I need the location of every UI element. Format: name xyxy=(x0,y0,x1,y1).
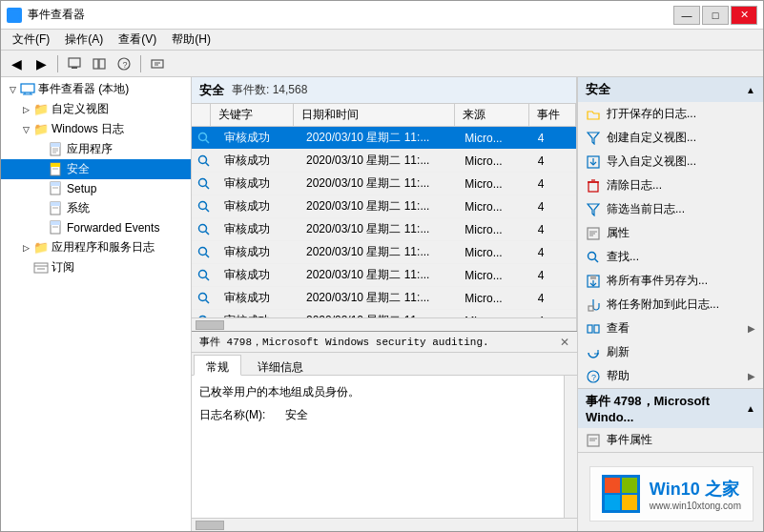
maximize-button[interactable]: □ xyxy=(702,6,729,25)
svg-point-67 xyxy=(588,252,596,259)
action-help[interactable]: ? 帮助 ▶ xyxy=(578,364,763,388)
th-eventid[interactable]: 事件 xyxy=(529,104,576,126)
table-row[interactable]: 审核成功 2020/03/10 星期二 11:... Micro... 4 xyxy=(192,173,576,195)
svg-marker-62 xyxy=(588,204,599,215)
row-datetime: 2020/03/10 星期二 11:... xyxy=(299,218,457,240)
import-icon xyxy=(586,154,601,170)
expand-root[interactable]: ▽ xyxy=(5,82,20,97)
action-properties[interactable]: 属性 xyxy=(578,221,763,245)
action-filter[interactable]: 筛选当前日志... xyxy=(578,197,763,221)
table-row[interactable]: 审核成功 2020/03/10 星期二 11:... Micro... 4 xyxy=(192,241,576,264)
expand-app-service[interactable]: ▷ xyxy=(18,240,33,256)
tree-item-setup[interactable]: Setup xyxy=(1,179,191,198)
folder-icon-app-service: 📁 xyxy=(33,240,49,256)
action-import-custom[interactable]: 导入自定义视图... xyxy=(578,150,763,174)
action-view[interactable]: 查看 ▶ xyxy=(578,317,763,340)
expand-app xyxy=(33,142,49,157)
svg-rect-28 xyxy=(51,202,60,206)
th-datetime[interactable]: 日期和时间 xyxy=(294,104,455,126)
th-source[interactable]: 来源 xyxy=(455,104,529,126)
computer-icon xyxy=(20,82,35,97)
detail-close-button[interactable]: ✕ xyxy=(560,336,569,349)
svg-line-37 xyxy=(206,139,210,143)
help-icon: ? xyxy=(586,369,601,384)
watermark-main-text: Win10 之家 xyxy=(650,478,741,501)
row-eventid: 4 xyxy=(530,289,576,308)
table-row[interactable]: 审核成功 2020/03/10 星期二 11:... Micro... 4 xyxy=(192,310,576,317)
action-attach-task[interactable]: 将任务附加到此日志... xyxy=(578,293,763,317)
actions-section-title-security[interactable]: 安全 ▲ xyxy=(578,77,763,102)
row-keyword: 审核成功 xyxy=(217,310,299,317)
action-import-custom-label: 导入自定义视图... xyxy=(607,153,696,170)
logo-blue xyxy=(605,495,620,510)
tree-item-app[interactable]: 应用程序 xyxy=(1,139,191,159)
svg-rect-70 xyxy=(590,276,596,279)
svg-rect-12 xyxy=(21,84,34,92)
expand-security xyxy=(33,162,49,177)
close-button[interactable]: ✕ xyxy=(731,6,757,25)
watermark-sub-text: www.win10xtong.com xyxy=(650,501,741,511)
tree-item-subscribe[interactable]: 订阅 xyxy=(1,257,191,277)
th-keyword[interactable]: 关键字 xyxy=(211,104,294,126)
row-source: Micro... xyxy=(457,197,530,216)
action-properties-label: 属性 xyxy=(607,225,630,241)
action-create-custom[interactable]: 创建自定义视图... xyxy=(578,126,763,150)
properties-button[interactable] xyxy=(146,53,169,74)
menu-view[interactable]: 查看(V) xyxy=(111,30,164,50)
table-row[interactable]: 审核成功 2020/03/10 星期二 11:... Micro... 4 xyxy=(192,195,576,218)
action-help-label: 帮助 xyxy=(607,368,630,384)
table-row[interactable]: 审核成功 2020/03/10 星期二 11:... Micro... 4 xyxy=(192,127,576,150)
action-view-label: 查看 xyxy=(607,320,630,337)
tab-general[interactable]: 常规 xyxy=(194,355,241,376)
log-icon-forwarded xyxy=(49,220,64,235)
svg-rect-73 xyxy=(588,325,592,333)
table-row[interactable]: 审核成功 2020/03/10 星期二 11:... Micro... 4 xyxy=(192,287,576,310)
svg-rect-59 xyxy=(588,182,598,192)
action-find[interactable]: 查找... xyxy=(578,245,763,269)
svg-line-41 xyxy=(206,185,210,189)
action-refresh[interactable]: 刷新 xyxy=(578,340,763,364)
expand-custom[interactable]: ▷ xyxy=(18,102,33,117)
back-button[interactable]: ◀ xyxy=(5,53,28,74)
svg-text:?: ? xyxy=(591,373,596,382)
show-hide-button[interactable] xyxy=(88,53,111,74)
action-save-all[interactable]: 将所有事件另存为... xyxy=(578,269,763,293)
actions-section-security: 安全 ▲ 打开保存的日志... 创建自定义视图... xyxy=(578,77,763,389)
row-eventid: 4 xyxy=(530,152,576,171)
menu-file[interactable]: 文件(F) xyxy=(5,30,57,50)
tree-item-custom[interactable]: ▷ 📁 自定义视图 xyxy=(1,99,191,119)
detail-scrollbar[interactable] xyxy=(564,376,577,518)
table-row[interactable]: 审核成功 2020/03/10 星期二 11:... Micro... 4 xyxy=(192,218,576,241)
up-button[interactable] xyxy=(63,53,86,74)
tree-item-security[interactable]: 安全 xyxy=(1,159,191,179)
tree-item-windows-log[interactable]: ▽ 📁 Windows 日志 xyxy=(1,119,191,139)
tree-item-root[interactable]: ▽ 事件查看器 (本地) xyxy=(1,79,191,99)
forward-button[interactable]: ▶ xyxy=(30,53,52,74)
minimize-button[interactable]: — xyxy=(673,6,700,25)
action-event-properties[interactable]: 事件属性 xyxy=(578,428,763,452)
clear-icon xyxy=(586,178,601,194)
tree-item-app-service[interactable]: ▷ 📁 应用程序和服务日志 xyxy=(1,237,191,257)
table-row[interactable]: 审核成功 2020/03/10 星期二 11:... Micro... 4 xyxy=(192,150,576,173)
svg-point-46 xyxy=(199,247,207,255)
expand-windows-log[interactable]: ▽ xyxy=(18,122,33,137)
svg-point-48 xyxy=(199,270,207,277)
menu-help[interactable]: 帮助(H) xyxy=(164,30,218,50)
row-eventid: 4 xyxy=(530,129,576,148)
folder-icon-custom: 📁 xyxy=(33,102,49,117)
row-source: Micro... xyxy=(457,266,530,285)
table-row[interactable]: 审核成功 2020/03/10 星期二 11:... Micro... 4 xyxy=(192,264,576,287)
menu-action[interactable]: 操作(A) xyxy=(57,30,111,50)
help-button[interactable]: ? xyxy=(113,53,135,74)
table-horizontal-scrollbar[interactable] xyxy=(192,317,576,331)
expand-setup xyxy=(33,181,49,196)
svg-rect-17 xyxy=(51,143,60,147)
tree-item-system[interactable]: 系统 xyxy=(1,198,191,218)
tab-details[interactable]: 详细信息 xyxy=(245,355,316,375)
detail-horizontal-scrollbar[interactable] xyxy=(192,518,577,531)
action-clear-log[interactable]: 清除日志... xyxy=(578,174,763,197)
tree-item-forwarded[interactable]: Forwarded Events xyxy=(1,218,191,237)
action-open-saved[interactable]: 打开保存的日志... xyxy=(578,102,763,126)
actions-section-title-event[interactable]: 事件 4798，Microsoft Windo... ▲ xyxy=(578,389,763,428)
svg-line-51 xyxy=(206,299,210,303)
